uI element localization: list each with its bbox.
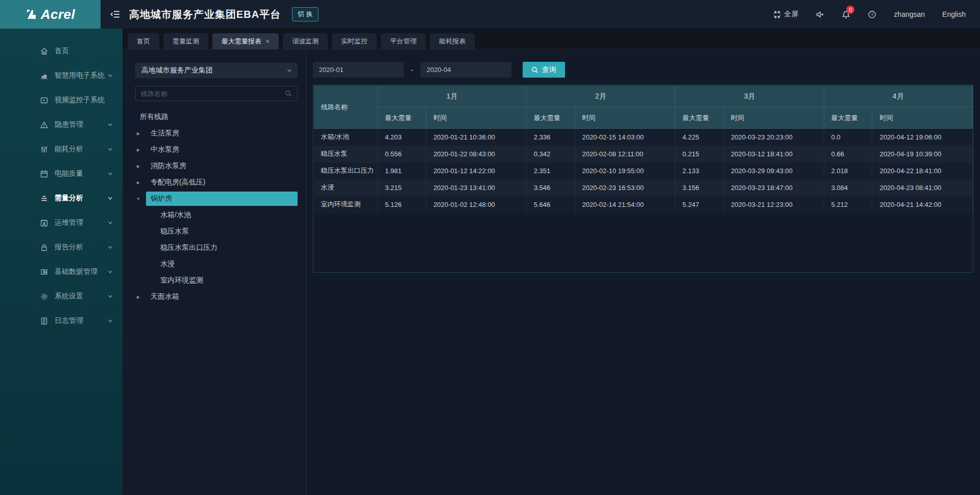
tree-leaf-label: 水箱/水池	[156, 208, 298, 222]
chevron-down-icon	[107, 195, 113, 201]
value-cell: 2020-01-23 13:41:00	[426, 179, 527, 196]
end-month-value	[427, 66, 517, 74]
tab-label: 平台管理	[390, 37, 416, 46]
tree-leaf[interactable]: 水箱/水池	[135, 207, 298, 223]
sidebar-item-energy[interactable]: 能耗分析	[0, 137, 122, 161]
close-icon[interactable]: ×	[265, 38, 270, 45]
switch-button[interactable]: 切 换	[292, 7, 318, 21]
tree-leaf-label: 室内环境监测	[156, 273, 298, 288]
help-icon: ?	[868, 10, 876, 19]
value-cell: 3.546	[526, 179, 575, 196]
tree-node[interactable]: ▸消防水泵房	[135, 158, 298, 174]
caret-right-icon[interactable]: ▸	[137, 293, 146, 300]
chevron-down-icon	[107, 220, 113, 226]
sidebar-item-hazard[interactable]: 隐患管理	[0, 112, 122, 137]
sidebar-item-ops[interactable]: 运维管理	[0, 210, 122, 235]
caret-down-icon[interactable]: ▾	[137, 195, 146, 202]
line-name-cell: 稳压水泵出口压力	[314, 162, 378, 179]
org-select-value: 高地城市服务产业集团	[141, 66, 286, 75]
notifications-button[interactable]: 0	[842, 10, 850, 19]
start-month-picker[interactable]	[313, 62, 404, 78]
tree-root-node[interactable]: 所有线路	[135, 109, 298, 125]
collapse-sidebar-icon[interactable]	[110, 9, 121, 20]
notification-badge: 0	[846, 6, 854, 14]
line-search-input[interactable]	[141, 90, 285, 98]
sidebar-item-report[interactable]: 报告分析	[0, 235, 122, 260]
value-cell: 2020-03-23 20:23:00	[723, 129, 824, 146]
doc-icon	[40, 317, 48, 325]
right-area: 首页需量监测最大需量报表×谐波监测实时监控平台管理能耗报表 高地城市服务产业集团	[122, 29, 980, 495]
line-name-cell: 稳压水泵	[314, 146, 378, 162]
value-cell: 2020-02-23 16:53:00	[575, 179, 675, 196]
help-button[interactable]: ?	[868, 10, 876, 19]
tab-6[interactable]: 能耗报表	[430, 33, 475, 49]
tree-root-label: 所有线路	[135, 110, 298, 124]
fullscreen-icon	[773, 10, 781, 19]
table-row: 水箱/水池4.2032020-01-21 10:36:002.3362020-0…	[314, 129, 973, 146]
grid-icon	[40, 268, 48, 276]
list-icon	[40, 194, 48, 203]
value-cell: 2.336	[526, 129, 575, 146]
table-row: 水浸3.2152020-01-23 13:41:003.5462020-02-2…	[314, 179, 973, 196]
value-cell: 2020-02-10 19:55:00	[575, 162, 675, 179]
value-cell: 5.247	[675, 196, 724, 213]
sidebar-item-label: 智慧用电子系统	[55, 71, 107, 80]
tab-1[interactable]: 需量监测	[163, 33, 208, 49]
brand-logo-text: Acrel	[41, 7, 76, 22]
username[interactable]: zhangsan	[894, 10, 925, 18]
max-demand-table: 线路名称1月2月3月4月最大需量时间最大需量时间最大需量时间最大需量时间水箱/水…	[313, 85, 973, 213]
sidebar-item-settings[interactable]: 系统设置	[0, 284, 122, 309]
video-icon	[40, 96, 48, 105]
line-name-cell: 水箱/水池	[314, 129, 378, 146]
tab-2[interactable]: 最大需量报表×	[212, 33, 279, 49]
tree-leaf[interactable]: 稳压水泵	[135, 223, 298, 240]
sidebar-item-demand[interactable]: 需量分析	[0, 186, 122, 210]
value-cell: 3.215	[378, 179, 426, 196]
org-select[interactable]: 高地城市服务产业集团	[135, 63, 298, 78]
fullscreen-button[interactable]: 全屏	[773, 10, 798, 19]
sidebar-item-label: 隐患管理	[55, 120, 107, 129]
tree-leaf[interactable]: 稳压水泵出口压力	[135, 240, 298, 256]
sidebar-item-label: 日志管理	[55, 316, 107, 325]
caret-right-icon[interactable]: ▸	[137, 179, 146, 186]
line-name-cell: 室内环境监测	[314, 196, 378, 213]
tab-4[interactable]: 实时监控	[332, 33, 377, 49]
tree-leaf[interactable]: 水浸	[135, 256, 298, 272]
value-cell: 2020-03-12 18:41:00	[723, 146, 824, 162]
tree-node[interactable]: ▸专配电房(高低压)	[135, 174, 298, 191]
value-cell: 2.351	[526, 162, 575, 179]
sidebar-item-video-monitor[interactable]: 视频监控子系统	[0, 88, 122, 112]
range-separator: -	[411, 66, 413, 74]
sidebar-item-base-data[interactable]: 基础数据管理	[0, 260, 122, 284]
language-switch[interactable]: English	[942, 10, 966, 18]
tab-0[interactable]: 首页	[128, 33, 159, 49]
search-icon	[531, 66, 538, 74]
sidebar-item-logs[interactable]: 日志管理	[0, 309, 122, 333]
sub-header: 时间	[723, 107, 824, 129]
tree-leaf-label: 稳压水泵出口压力	[156, 241, 298, 255]
tab-3[interactable]: 谐波监测	[283, 33, 328, 49]
end-month-picker[interactable]	[421, 62, 511, 78]
tree-node[interactable]: ▾锅炉房	[135, 191, 298, 207]
tree-node[interactable]: ▸中水泵房	[135, 142, 298, 158]
value-cell: 2020-01-02 12:48:00	[426, 196, 527, 213]
page-title: 高地城市服务产业集团EBA平台	[129, 8, 281, 21]
caret-right-icon[interactable]: ▸	[137, 162, 146, 170]
value-cell: 2020-04-19 10:39:00	[872, 146, 973, 162]
caret-right-icon[interactable]: ▸	[137, 130, 146, 137]
chevron-down-icon	[107, 73, 113, 79]
caret-right-icon[interactable]: ▸	[137, 146, 146, 153]
value-cell: 0.0	[824, 129, 872, 146]
chevron-down-icon	[107, 244, 113, 250]
mute-button[interactable]	[816, 10, 824, 19]
tree-leaf[interactable]: 室内环境监测	[135, 272, 298, 289]
tab-5[interactable]: 平台管理	[381, 33, 426, 49]
tree-leaf-label: 稳压水泵	[156, 224, 298, 239]
query-button[interactable]: 查询	[523, 62, 565, 78]
tree-node[interactable]: ▸生活泵房	[135, 125, 298, 142]
tree-node[interactable]: ▸天面水箱	[135, 289, 298, 305]
sidebar-item-label: 能耗分析	[55, 145, 107, 154]
sidebar-item-power-quality[interactable]: 电能质量	[0, 161, 122, 186]
sidebar-item-home[interactable]: 首页	[0, 39, 122, 63]
sidebar-item-smart-power[interactable]: 智慧用电子系统	[0, 63, 122, 88]
